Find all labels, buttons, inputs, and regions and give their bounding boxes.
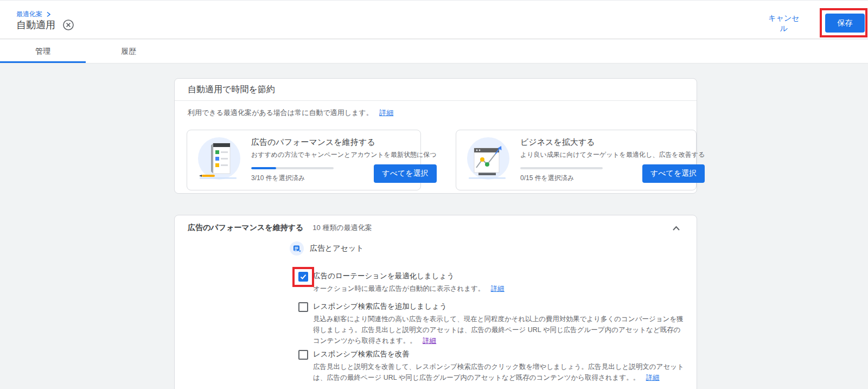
learn-more-link[interactable]: 詳細: [646, 374, 660, 381]
tab-manage-label: 管理: [35, 47, 50, 56]
chevron-up-icon[interactable]: [672, 225, 680, 232]
option-description: オークション時に最適な広告が自動的に表示されます。 詳細: [313, 283, 505, 294]
learn-more-link[interactable]: 詳細: [379, 109, 393, 117]
ads-and-assets-icon: [290, 241, 304, 256]
page-title: 自動適用: [16, 18, 55, 31]
dismiss-circle-x-icon[interactable]: [62, 19, 74, 31]
maintain-performance-title: 広告のパフォーマンスを維持する: [251, 137, 437, 148]
section-count-label: 10 種類の最適化案: [312, 223, 372, 233]
breadcrumb-link[interactable]: 最適化案: [16, 10, 42, 19]
select-all-button-maintain[interactable]: すべてを選択: [374, 164, 436, 183]
option-item-ad-rotation: 広告のローテーションを最適化しましょう オークション時に最適な広告が自動的に表示…: [298, 271, 505, 294]
option-label[interactable]: 広告のローテーションを最適化しましょう: [313, 271, 505, 281]
section-title: 広告のパフォーマンスを維持する: [188, 223, 303, 233]
auto-apply-card: 自動適用で時間を節約 利用できる最適化案がある場合は常に自動で適用します。 詳細: [174, 78, 697, 194]
option-description: 見込み顧客により関連性の高い広告を表示して、現在と同程度かそれ以上の費用対効果で…: [313, 314, 685, 346]
grow-business-progress: 0/15 件を選択済み: [520, 167, 603, 183]
select-all-button-grow[interactable]: すべてを選択: [642, 164, 705, 183]
grow-business-subtitle: より良い成果に向けてターゲットを最適化し、広告を改善する: [520, 150, 705, 160]
auto-apply-description-text: 利用できる最適化案がある場合は常に自動で適用します。: [188, 109, 373, 117]
auto-apply-card-description: 利用できる最適化案がある場合は常に自動で適用します。 詳細: [188, 108, 684, 118]
learn-more-link[interactable]: 詳細: [423, 337, 436, 345]
checkbox-improve-rsa[interactable]: [298, 350, 308, 360]
save-button[interactable]: 保存: [825, 14, 865, 33]
progress-fill: [251, 167, 276, 169]
checkbox-ad-rotation[interactable]: [298, 272, 308, 282]
option-label[interactable]: レスポンシブ検索広告を追加しましょう: [313, 301, 685, 311]
maintain-performance-card: 広告のパフォーマンスを維持する おすすめの方法でキャンペーンとアカウントを最新状…: [187, 130, 421, 190]
option-description-text: 見込み顧客により関連性の高い広告を表示して、現在と同程度かそれ以上の費用対効果で…: [313, 315, 684, 345]
checklist-illustration-icon: [195, 136, 244, 184]
chevron-right-icon: [46, 11, 51, 17]
learn-more-link[interactable]: 詳細: [491, 285, 505, 292]
tab-history[interactable]: 履歴: [86, 40, 171, 63]
maintain-performance-section: 広告のパフォーマンスを維持する 10 種類の最適化案 広告とアセット: [174, 215, 697, 389]
auto-apply-card-title: 自動適用で時間を節約: [175, 79, 697, 101]
tab-bar: 管理 履歴: [0, 40, 868, 63]
grow-business-title: ビジネスを拡大する: [520, 137, 705, 148]
tab-history-label: 履歴: [121, 47, 136, 56]
ads-and-assets-label: 広告とアセット: [310, 244, 364, 253]
selected-count-caption: 0/15 件を選択済み: [520, 174, 603, 183]
breadcrumb[interactable]: 最適化案: [16, 10, 51, 19]
option-item-improve-rsa: レスポンシブ検索広告を改善 広告見出しと説明文を改善して、レスポンシブ検索広告の…: [298, 349, 685, 383]
grow-business-card: ビジネスを拡大する より良い成果に向けてターゲットを最適化し、広告を改善する 0…: [456, 130, 697, 190]
tab-manage[interactable]: 管理: [0, 40, 86, 63]
option-description-text: オークション時に最適な広告が自動的に表示されます。: [313, 285, 484, 292]
option-label[interactable]: レスポンシブ検索広告を改善: [313, 349, 685, 359]
selected-count-caption: 3/10 件を選択済み: [251, 174, 334, 183]
maintain-performance-progress: 3/10 件を選択済み: [251, 167, 334, 183]
option-item-add-rsa: レスポンシブ検索広告を追加しましょう 見込み顧客により関連性の高い広告を表示して…: [298, 301, 685, 346]
checkbox-add-rsa[interactable]: [298, 302, 308, 312]
growth-chart-illustration-icon: [464, 136, 513, 184]
page-header: 最適化案 自動適用 キャンセル 保存: [0, 0, 868, 39]
maintain-performance-subtitle: おすすめの方法でキャンペーンとアカウントを最新状態に保つ: [251, 150, 437, 160]
option-description: 広告見出しと説明文を改善して、レスポンシブ検索広告のクリック数を増やしましょう。…: [313, 361, 685, 383]
option-description-text: 広告見出しと説明文を改善して、レスポンシブ検索広告のクリック数を増やしましょう。…: [313, 363, 684, 381]
cancel-button[interactable]: キャンセル: [767, 13, 801, 34]
